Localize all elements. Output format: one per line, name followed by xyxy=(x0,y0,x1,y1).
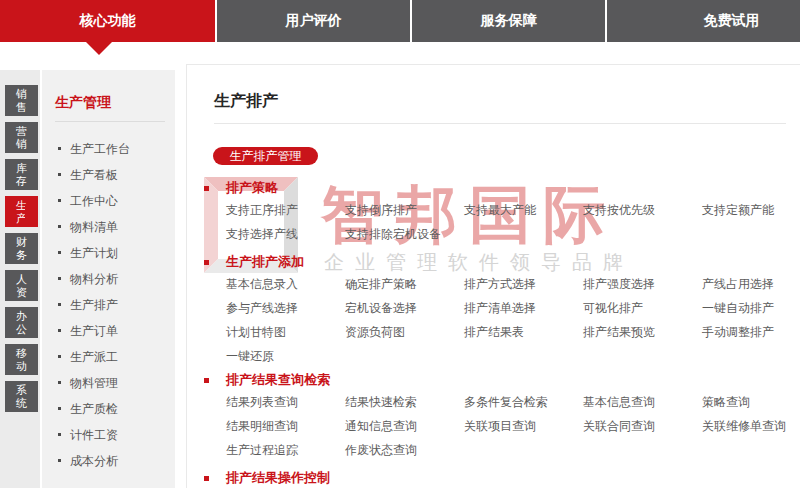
sidebar-title: 生产管理 xyxy=(55,94,111,112)
rail-item-label: 系统 xyxy=(15,384,28,410)
section-header-label: 排产结果查询检索 xyxy=(226,372,330,387)
bullet-square-icon xyxy=(204,378,209,383)
bullet-square-icon xyxy=(58,459,61,462)
feature-row-4: 一键还原 xyxy=(226,344,800,368)
rail-item-4[interactable]: 生产 xyxy=(5,196,38,227)
sidebar-item-2[interactable]: 生产看板 xyxy=(42,162,175,188)
rail-item-6[interactable]: 人资 xyxy=(5,270,38,301)
sidebar-item-label: 生产工作台 xyxy=(70,141,130,158)
rail-item-7[interactable]: 办公 xyxy=(5,307,38,338)
nav-tab-4[interactable]: 免费试用 xyxy=(605,0,800,42)
section-1: 排产策略支持正序排产支持倒序排产支持最大产能支持按优先级支持定额产能支持选择产线… xyxy=(204,180,800,246)
bullet-square-icon xyxy=(58,225,61,228)
feature-item: 支持按优先级 xyxy=(583,198,702,222)
bullet-square-icon xyxy=(58,407,61,410)
section-4: 排产结果操作控制 xyxy=(204,470,330,488)
feature-item: 支持正序排产 xyxy=(226,198,345,222)
feature-item: 关联维修单查询 xyxy=(702,414,800,438)
section-header-label: 排产结果操作控制 xyxy=(226,470,330,485)
nav-tab-1[interactable]: 核心功能 xyxy=(0,0,215,42)
sidebar-item-label: 计件工资 xyxy=(70,427,118,444)
nav-tab-2[interactable]: 用户评价 xyxy=(215,0,410,42)
nav-tab-3[interactable]: 服务保障 xyxy=(410,0,605,42)
feature-row-2: 参与产线选择宕机设备选择排产清单选择可视化排产一键自动排产 xyxy=(226,296,800,320)
feature-item: 支持最大产能 xyxy=(464,198,583,222)
sidebar-items: 生产工作台生产看板工作中心物料清单生产计划物料分析生产排产生产订单生产派工物料管… xyxy=(42,136,175,474)
bullet-square-icon xyxy=(58,355,61,358)
feature-row-1: 支持正序排产支持倒序排产支持最大产能支持按优先级支持定额产能 xyxy=(226,198,800,222)
nav-tab-label: 用户评价 xyxy=(286,12,342,30)
sidebar-item-11[interactable]: 生产质检 xyxy=(42,396,175,422)
main-panel: 生产排产 生产排产管理 智邦国际 企业管理软件领导品牌 排产策略支持正序排产支持… xyxy=(186,64,800,488)
section-header: 排产策略 xyxy=(204,180,800,196)
feature-row-3: 生产过程追踪作废状态查询 xyxy=(226,438,800,462)
section-3: 排产结果查询检索结果列表查询结果快速检索多条件复合检索基本信息查询策略查询结果明… xyxy=(204,372,800,462)
nav-tab-label: 免费试用 xyxy=(704,12,760,30)
feature-item: 手动调整排产 xyxy=(702,320,800,344)
top-nav: 核心功能用户评价服务保障免费试用 xyxy=(0,0,800,42)
feature-item: 通知信息查询 xyxy=(345,414,464,438)
rail-item-9[interactable]: 系统 xyxy=(5,381,38,412)
feature-item: 支持选择产线 xyxy=(226,222,345,246)
feature-item: 参与产线选择 xyxy=(226,296,345,320)
sidebar-item-6[interactable]: 物料分析 xyxy=(42,266,175,292)
rail-item-label: 办公 xyxy=(15,310,28,336)
sidebar-item-7[interactable]: 生产排产 xyxy=(42,292,175,318)
rail-item-label: 财务 xyxy=(15,236,28,262)
feature-item: 多条件复合检索 xyxy=(464,390,583,414)
rail-item-8[interactable]: 移动 xyxy=(5,344,38,375)
bullet-square-icon xyxy=(58,173,61,176)
feature-item: 计划甘特图 xyxy=(226,320,345,344)
section-header-label: 生产排产添加 xyxy=(226,254,304,269)
nav-tab-label: 服务保障 xyxy=(481,12,537,30)
sidebar-item-13[interactable]: 成本分析 xyxy=(42,448,175,474)
sidebar-item-1[interactable]: 生产工作台 xyxy=(42,136,175,162)
rail-item-1[interactable]: 销售 xyxy=(5,85,38,116)
bullet-square-icon xyxy=(58,147,61,150)
sidebar-item-5[interactable]: 生产计划 xyxy=(42,240,175,266)
feature-item: 结果快速检索 xyxy=(345,390,464,414)
sidebar: 生产管理 生产工作台生产看板工作中心物料清单生产计划物料分析生产排产生产订单生产… xyxy=(42,70,175,488)
bullet-square-icon xyxy=(58,303,61,306)
rail-item-label: 营销 xyxy=(15,125,28,151)
section-header: 排产结果操作控制 xyxy=(204,470,330,486)
feature-item: 排产强度选择 xyxy=(583,272,702,296)
sidebar-item-label: 生产订单 xyxy=(70,323,118,340)
feature-row-1: 结果列表查询结果快速检索多条件复合检索基本信息查询策略查询 xyxy=(226,390,800,414)
bullet-square-icon xyxy=(204,186,209,191)
sidebar-item-4[interactable]: 物料清单 xyxy=(42,214,175,240)
feature-item: 排产结果预览 xyxy=(583,320,702,344)
rail-item-3[interactable]: 库存 xyxy=(5,159,38,190)
feature-item: 支持定额产能 xyxy=(702,198,800,222)
feature-item: 宕机设备选择 xyxy=(345,296,464,320)
sidebar-item-12[interactable]: 计件工资 xyxy=(42,422,175,448)
feature-item: 一键自动排产 xyxy=(702,296,800,320)
feature-item: 一键还原 xyxy=(226,344,345,368)
rail-item-5[interactable]: 财务 xyxy=(5,233,38,264)
feature-item: 排产方式选择 xyxy=(464,272,583,296)
section-header: 排产结果查询检索 xyxy=(204,372,800,388)
feature-item: 基本信息录入 xyxy=(226,272,345,296)
sidebar-item-3[interactable]: 工作中心 xyxy=(42,188,175,214)
sidebar-item-10[interactable]: 物料管理 xyxy=(42,370,175,396)
rail-item-2[interactable]: 营销 xyxy=(5,122,38,153)
bullet-square-icon xyxy=(58,277,61,280)
feature-row-2: 支持选择产线支持排除宕机设备 xyxy=(226,222,800,246)
title-divider xyxy=(214,123,786,124)
feature-item: 可视化排产 xyxy=(583,296,702,320)
bullet-square-icon xyxy=(204,260,209,265)
sidebar-item-8[interactable]: 生产订单 xyxy=(42,318,175,344)
feature-row-1: 基本信息录入确定排产策略排产方式选择排产强度选择产线占用选择 xyxy=(226,272,800,296)
sidebar-item-label: 物料分析 xyxy=(70,271,118,288)
feature-item: 关联合同查询 xyxy=(583,414,702,438)
feature-item: 基本信息查询 xyxy=(583,390,702,414)
feature-item: 支持倒序排产 xyxy=(345,198,464,222)
feature-item: 生产过程追踪 xyxy=(226,438,345,462)
sidebar-item-label: 物料管理 xyxy=(70,375,118,392)
rail-item-label: 销售 xyxy=(15,88,28,114)
sidebar-item-label: 生产计划 xyxy=(70,245,118,262)
sidebar-item-9[interactable]: 生产派工 xyxy=(42,344,175,370)
schedule-management-pill-button[interactable]: 生产排产管理 xyxy=(213,147,318,165)
rail-item-label: 库存 xyxy=(15,162,28,188)
bullet-square-icon xyxy=(58,199,61,202)
